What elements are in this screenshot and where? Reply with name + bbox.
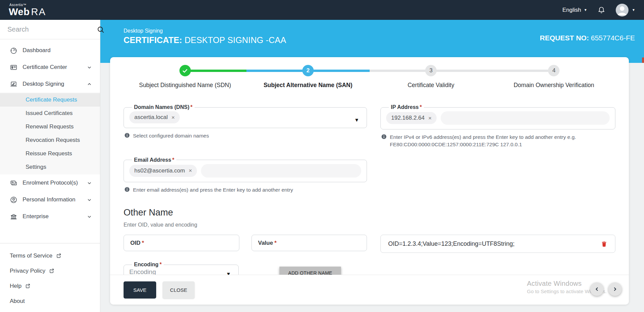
- link-help[interactable]: Help: [10, 278, 100, 294]
- card-footer: SAVE CLOSE Activate Windows Go to Settin…: [110, 275, 629, 305]
- sidebar-item-enrolment-protocols[interactable]: Enrolment Protocol(s): [0, 174, 100, 191]
- wizard-card: Subject Distinguished Name (SDN) 2 Subje…: [110, 57, 629, 305]
- sidebar-item-enterprise[interactable]: Enterprise: [0, 208, 100, 225]
- sidebar-item-label: Dashboard: [23, 47, 92, 54]
- other-name-heading: Other Name: [124, 207, 615, 218]
- notifications-bell-icon[interactable]: [597, 6, 606, 14]
- required-asterisk: *: [420, 104, 422, 110]
- chevron-down-icon: ▼: [632, 8, 635, 12]
- other-name-subheading: Enter OID, value and encoding: [124, 222, 615, 228]
- step-label: Subject Alternative Name (SAN): [246, 82, 369, 89]
- sidebar-item-label: Enterprise: [23, 213, 82, 220]
- page-header: Desktop Signing CERTIFICATE: DESKTOP SIG…: [100, 20, 644, 63]
- external-link-icon: [56, 253, 62, 259]
- sidebar-search: [0, 20, 100, 39]
- info-icon: [124, 132, 130, 140]
- step-number: 2: [306, 67, 309, 74]
- desktop-signing-icon: [10, 80, 18, 88]
- step-3-indicator[interactable]: 3: [425, 65, 437, 76]
- step-number: 4: [552, 67, 555, 74]
- search-input[interactable]: [7, 26, 97, 33]
- language-selector[interactable]: English ▼: [562, 7, 587, 13]
- email-input[interactable]: [201, 164, 361, 178]
- sidebar-item-label: Personal Information: [23, 196, 82, 203]
- sidebar-item-label: Desktop Signing: [23, 81, 82, 87]
- info-icon: [124, 187, 130, 194]
- email-hint: Enter email address(es) and press the En…: [124, 186, 367, 194]
- ip-field[interactable]: IP Address* 192.168.2.64 ×: [380, 104, 615, 129]
- value-input[interactable]: Value*: [251, 235, 367, 251]
- submenu-item-renewal-requests[interactable]: Renewal Requests: [0, 120, 100, 133]
- brand-logo[interactable]: Ascertia™ WebRA: [9, 3, 46, 17]
- step-label: Certificate Validity: [370, 82, 493, 89]
- submenu-item-reissue-requests[interactable]: Reissue Requests: [0, 147, 100, 160]
- submenu-item-settings[interactable]: Settings: [0, 160, 100, 174]
- submenu-item-certificate-requests[interactable]: Certificate Requests: [0, 93, 100, 107]
- main-content: Desktop Signing CERTIFICATE: DESKTOP SIG…: [100, 20, 644, 312]
- external-link-icon: [49, 268, 55, 274]
- external-link-icon: [25, 283, 31, 289]
- email-field[interactable]: Email Address* hs02@ascertia.com ×: [124, 157, 367, 182]
- page-title-rest: DESKTOP SIGNING -CAA: [182, 35, 286, 45]
- sidebar-item-label: Certificate Center: [23, 64, 82, 71]
- previous-step-button[interactable]: [590, 282, 604, 296]
- topnav-right: English ▼ ▼: [562, 4, 635, 16]
- stepper: Subject Distinguished Name (SDN) 2 Subje…: [124, 65, 615, 89]
- page-title-prefix: CERTIFICATE:: [124, 35, 182, 45]
- next-step-button[interactable]: [608, 282, 622, 296]
- dns-tag: ascertia.local ×: [129, 111, 180, 123]
- sidebar-item-personal-information[interactable]: Personal Information: [0, 191, 100, 208]
- email-label: Email Address*: [132, 157, 176, 163]
- breadcrumb: Desktop Signing: [124, 28, 635, 34]
- sidebar-menu: Dashboard Certificate Center Deskto: [0, 39, 100, 243]
- submenu-label: Certificate Requests: [26, 96, 77, 103]
- step-1-indicator[interactable]: [179, 65, 191, 76]
- link-about[interactable]: About: [10, 294, 100, 309]
- submenu-item-issued-certificates[interactable]: Issued Certificates: [0, 107, 100, 120]
- remove-tag-icon[interactable]: ×: [171, 115, 175, 120]
- step-4-indicator[interactable]: 4: [548, 65, 560, 76]
- step-2: 2 Subject Alternative Name (SAN): [246, 65, 369, 89]
- certificate-icon: [10, 64, 18, 71]
- chevron-down-icon: [87, 181, 92, 186]
- sidebar-item-desktop-signing[interactable]: Desktop Signing: [0, 76, 100, 92]
- other-name-entry: OID=1.2.3.4;Value=123;Encoding=UTF8Strin…: [380, 235, 615, 253]
- sidebar-item-dashboard[interactable]: Dashboard: [0, 42, 100, 59]
- hint-text: Select configured domain names: [133, 132, 209, 140]
- required-asterisk: *: [172, 157, 174, 163]
- ip-input[interactable]: [441, 111, 610, 125]
- delete-entry-icon[interactable]: [601, 240, 608, 247]
- user-menu[interactable]: ▼: [616, 4, 635, 16]
- value-label: Value: [258, 240, 273, 246]
- brand-webra-label: WebRA: [9, 7, 46, 17]
- dashboard-icon: [10, 47, 18, 54]
- request-number-label: REQUEST NO:: [540, 34, 589, 42]
- search-icon[interactable]: [97, 26, 105, 34]
- step-2-indicator[interactable]: 2: [302, 65, 314, 76]
- brand-ra: RA: [31, 6, 46, 17]
- sidebar-footer: Terms of Service Privacy Policy Help Abo…: [0, 243, 100, 312]
- link-label: Privacy Policy: [10, 268, 45, 274]
- required-asterisk: *: [274, 240, 277, 246]
- link-label: About: [10, 298, 25, 305]
- dropdown-caret-icon[interactable]: ▼: [354, 117, 359, 123]
- language-label: English: [562, 7, 581, 13]
- required-asterisk: *: [142, 240, 144, 246]
- link-terms-of-service[interactable]: Terms of Service: [10, 248, 100, 263]
- link-privacy-policy[interactable]: Privacy Policy: [10, 263, 100, 278]
- close-button[interactable]: CLOSE: [163, 281, 195, 299]
- submenu-item-revocation-requests[interactable]: Revocation Requests: [0, 133, 100, 147]
- ip-label: IP Address*: [389, 104, 424, 110]
- required-asterisk: *: [160, 262, 162, 267]
- oid-label: OID: [130, 240, 140, 246]
- dns-field[interactable]: Domain Names (DNS)* ascertia.local × ▼: [124, 104, 367, 128]
- remove-tag-icon[interactable]: ×: [189, 168, 192, 173]
- sidebar-item-certificate-center[interactable]: Certificate Center: [0, 59, 100, 76]
- oid-input[interactable]: OID*: [124, 235, 239, 251]
- other-name-entry-text: OID=1.2.3.4;Value=123;Encoding=UTF8Strin…: [388, 240, 514, 247]
- save-button[interactable]: SAVE: [124, 281, 156, 299]
- right-column: IP Address* 192.168.2.64 × Enter IPv4 or…: [380, 104, 615, 194]
- email-tag: hs02@ascertia.com ×: [129, 165, 197, 177]
- remove-tag-icon[interactable]: ×: [428, 115, 432, 121]
- ip-tag: 192.168.2.64 ×: [386, 112, 437, 124]
